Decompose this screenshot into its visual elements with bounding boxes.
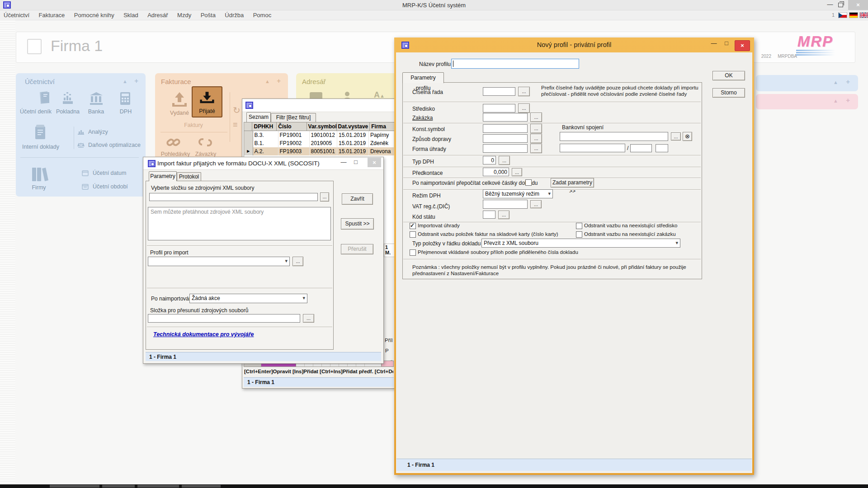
menu-posta[interactable]: Pošta	[197, 10, 219, 20]
stredisko-input[interactable]	[483, 104, 515, 113]
bank-code2-input[interactable]	[656, 144, 668, 152]
tile-firmy[interactable]: Firmy	[26, 184, 52, 191]
minimize-icon[interactable]: —	[339, 159, 349, 165]
tile-banka[interactable]: Banka	[84, 108, 108, 115]
link-danove-optimalizace[interactable]: Daňové optimalizace	[88, 142, 141, 148]
maximize-icon[interactable]: □	[351, 159, 361, 165]
bank-account2-input[interactable]	[560, 144, 625, 152]
german-flag-icon[interactable]	[849, 12, 858, 18]
xml-drop-area[interactable]: Sem můžete přetáhnout zdrojové XML soubo…	[148, 207, 331, 240]
menu-fakturace[interactable]: Fakturace	[35, 10, 69, 20]
browse-button[interactable]: ...	[498, 211, 509, 219]
taskbar-item[interactable]	[182, 485, 221, 488]
tab-filtr[interactable]: Filtr [Bez filtru]	[271, 113, 316, 122]
british-flag-icon[interactable]	[859, 12, 868, 18]
menu-sklad[interactable]: Sklad	[120, 10, 142, 20]
tab-seznam[interactable]: Seznam	[246, 112, 271, 122]
table-row-selected[interactable]: ▶ A.2. FP19003 80051001 15.01.2019 Drevo…	[244, 147, 394, 155]
taskbar-item[interactable]	[137, 485, 179, 488]
close-icon[interactable]: ×	[848, 0, 868, 10]
tile-prijate-selected[interactable]: Přijaté	[192, 86, 222, 117]
bank-account-input[interactable]	[560, 132, 668, 141]
odstr-stredisko-checkbox[interactable]: ✓	[576, 223, 582, 229]
vat-input[interactable]	[483, 200, 528, 209]
link-ucetni-datum[interactable]: Účetní datum	[93, 170, 126, 176]
ok-button[interactable]: OK	[712, 71, 745, 80]
panel-move-icon[interactable]: +	[846, 78, 850, 85]
developer-doc-link[interactable]: Technická dokumentace pro vývojáře	[153, 331, 254, 338]
hamburger-icon[interactable]: ≡	[233, 120, 238, 130]
browse-source-button[interactable]: ...	[320, 192, 329, 202]
refresh-icon[interactable]: ↻	[233, 105, 241, 116]
odstr-zakazka-checkbox[interactable]: ✓	[576, 231, 582, 238]
panel-move-icon[interactable]: +	[134, 77, 138, 84]
tab-parametry[interactable]: Parametry	[149, 171, 177, 181]
predkontace-input[interactable]: 0,000	[483, 168, 509, 176]
col-firma[interactable]: Firma	[370, 122, 394, 131]
typ-polozky-select[interactable]: Převzít z XML souboru ▾	[481, 239, 680, 248]
maximize-icon[interactable]: □	[722, 40, 731, 47]
clear-bank-button[interactable]: ⊗	[683, 132, 692, 141]
browse-button[interactable]: ...	[530, 144, 542, 153]
czech-flag-icon[interactable]	[838, 12, 847, 18]
browse-button[interactable]: ...	[518, 87, 530, 96]
menu-pomoc[interactable]: Pomoc	[250, 10, 275, 20]
importovat-uhrady-checkbox[interactable]: ✓	[410, 223, 416, 229]
typ-dph-input[interactable]: 0	[483, 156, 496, 164]
panel-collapse-icon[interactable]: ▲	[833, 80, 838, 85]
link-analyzy[interactable]: Analýzy	[88, 129, 108, 135]
link-ucetni-obdobi[interactable]: Účetní období	[93, 183, 128, 190]
tile-pokladna[interactable]: Pokladna	[54, 108, 82, 115]
set-params-button[interactable]: Zadat parametry >>	[551, 178, 594, 188]
panel-move-icon[interactable]: +	[846, 96, 850, 104]
panel-move-icon[interactable]: +	[277, 77, 281, 84]
after-import-select[interactable]: Žádná akce ▾	[189, 294, 307, 303]
bank-code-input[interactable]	[630, 144, 652, 152]
zakazka-input[interactable]	[483, 113, 528, 122]
tile-interni-doklady[interactable]: Interní doklady	[20, 144, 61, 150]
table-row[interactable]: B.3. FP19001 19010012 15.01.2019 Papírny	[244, 131, 394, 139]
col-cislo[interactable]: Číslo	[277, 122, 307, 131]
odstr-karty-checkbox[interactable]: ✓	[410, 231, 416, 238]
source-folder-input[interactable]	[149, 193, 318, 201]
profile-select[interactable]: ▾	[148, 257, 290, 266]
menu-pomocne-knihy[interactable]: Pomocné knihy	[71, 10, 118, 20]
ciselna-rada-input[interactable]	[483, 87, 515, 96]
menu-ucetnictvi[interactable]: Účetnictví	[0, 10, 33, 20]
browse-button[interactable]: ...	[530, 200, 542, 208]
rezim-dph-select[interactable]: Běžný tuzemský režim ▾	[483, 189, 553, 198]
storno-button[interactable]: Storno	[712, 88, 745, 98]
tile-dph[interactable]: DPH	[114, 108, 137, 115]
menu-udrzba[interactable]: Údržba	[221, 10, 247, 20]
move-folder-input[interactable]	[148, 314, 300, 323]
close-button[interactable]: Zavřít	[342, 193, 373, 205]
browse-button[interactable]: ...	[530, 124, 542, 133]
close-icon[interactable]: ×	[735, 40, 750, 51]
taskbar-item[interactable]	[50, 485, 99, 488]
prejmenovat-checkbox[interactable]: ✓	[410, 249, 416, 256]
minimize-icon[interactable]: —	[709, 40, 719, 47]
browse-button[interactable]: ...	[671, 132, 681, 141]
tile-zavazky[interactable]: Závazky	[188, 151, 224, 157]
browse-move-button[interactable]: ...	[303, 314, 314, 323]
minimize-icon[interactable]: —	[825, 1, 835, 8]
browse-button[interactable]: ...	[499, 156, 510, 165]
col-dphkh[interactable]: DPHKH	[252, 122, 277, 131]
panel-collapse-icon[interactable]: ▲	[265, 79, 270, 84]
abort-button[interactable]: Přerušit	[341, 244, 373, 254]
menu-mzdy[interactable]: Mzdy	[174, 10, 195, 20]
tab-protokol[interactable]: Protokol	[177, 172, 201, 181]
table-row[interactable]: B.1. FP19002 2019005 15.01.2019 Zdeněk	[244, 139, 394, 147]
konst-symbol-input[interactable]	[483, 124, 528, 133]
tab-parametry-profilu[interactable]: Parametry profilu	[402, 72, 444, 83]
close-icon[interactable]: ×	[368, 158, 381, 167]
browse-button[interactable]: ...	[530, 134, 542, 143]
browse-button[interactable]: ...	[518, 103, 530, 113]
panel-collapse-icon[interactable]: ▲	[123, 79, 127, 84]
taskbar-item[interactable]	[102, 485, 135, 488]
company-checkbox[interactable]	[27, 39, 42, 54]
browse-button[interactable]: ...	[512, 168, 522, 176]
zpusob-dopravy-input[interactable]	[483, 134, 528, 143]
profile-name-input[interactable]	[451, 59, 579, 69]
kod-statu-input[interactable]	[483, 211, 495, 219]
